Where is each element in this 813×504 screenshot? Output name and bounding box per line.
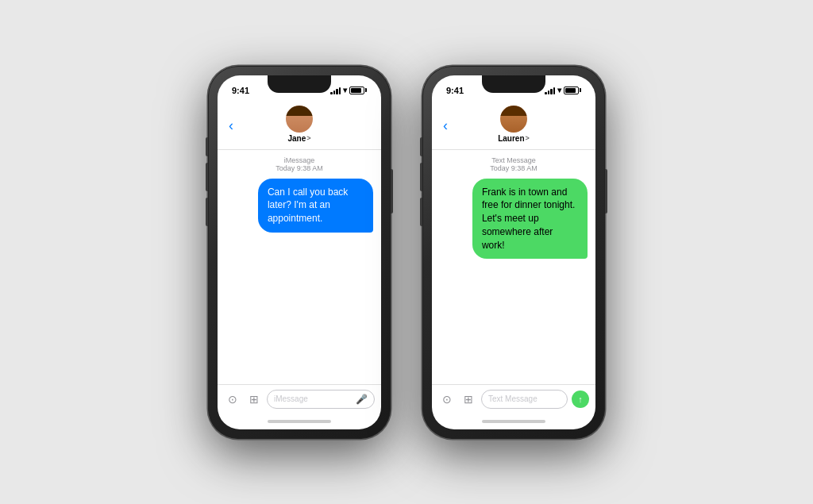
status-icons-1: ▾ [330,86,367,94]
app-store-icon-2[interactable]: ⊞ [460,391,477,408]
status-icons-2: ▾ [545,86,581,94]
notch-2 [482,75,545,93]
input-bar-1: ⊙ ⊞ iMessage 🎤 [218,384,381,414]
volume-down-button [206,198,208,226]
volume-up-button-2 [420,163,422,191]
mute-button-2 [420,137,422,156]
volume-up-button [206,163,208,191]
wifi-icon-2: ▾ [557,86,561,94]
phone-screen-2: 9:41 ▾ ‹ [432,75,595,429]
phone-frame-2: 9:41 ▾ ‹ [422,66,605,439]
status-time-1: 9:41 [232,86,249,95]
home-bar-2 [482,420,545,423]
mic-icon[interactable]: 🎤 [356,394,368,405]
contact-info-2[interactable]: Lauren > [498,106,530,143]
contact-name-2: Lauren > [498,134,530,143]
battery-icon [349,87,367,94]
app-store-icon[interactable]: ⊞ [245,391,263,408]
notch [268,75,331,93]
avatar-hair [286,106,313,117]
camera-icon-2[interactable]: ⊙ [438,391,456,408]
wifi-icon: ▾ [343,86,347,94]
mute-button [206,137,208,156]
message-input-2[interactable]: Text Message [481,390,568,409]
power-button [391,169,393,214]
volume-down-button-2 [420,198,422,226]
send-button[interactable]: ↑ [572,391,589,408]
home-indicator-1 [218,414,381,429]
phone-screen-1: 9:41 ▾ ‹ [218,75,381,429]
camera-icon[interactable]: ⊙ [224,391,241,408]
signal-icon [330,87,341,94]
phone-frame-1: 9:41 ▾ ‹ [208,66,391,439]
phone-imessage: 9:41 ▾ ‹ [208,66,391,439]
back-button-1[interactable]: ‹ [229,117,233,134]
power-button-2 [605,169,607,214]
message-area-1: iMessage Today 9:38 AM Can I call you ba… [218,150,381,384]
message-bubble-1: Can I call you back later? I'm at an app… [258,179,373,233]
message-input-1[interactable]: iMessage 🎤 [267,390,375,409]
message-area-2: Text Message Today 9:38 AM Frank is in t… [432,150,595,384]
home-bar-1 [268,420,331,423]
nav-bar-2: ‹ Lauren > [432,102,595,150]
message-bubble-2: Frank is in town and free for dinner ton… [472,179,588,260]
avatar-hair-2 [500,106,527,117]
status-time-2: 9:41 [446,86,464,95]
input-bar-2: ⊙ ⊞ Text Message ↑ [432,384,595,414]
back-button-2[interactable]: ‹ [443,117,448,134]
home-indicator-2 [432,414,595,429]
contact-avatar-jane [286,106,313,133]
contact-avatar-lauren [500,106,527,133]
phone-textmessage: 9:41 ▾ ‹ [422,66,605,439]
contact-info-1[interactable]: Jane > [286,106,313,143]
nav-bar-1: ‹ Jane > [218,102,381,150]
signal-icon-2 [545,87,555,94]
contact-name-1: Jane > [287,134,310,143]
battery-icon-2 [564,87,581,94]
message-meta-1: iMessage Today 9:38 AM [225,156,373,172]
message-meta-2: Text Message Today 9:38 AM [440,156,588,172]
